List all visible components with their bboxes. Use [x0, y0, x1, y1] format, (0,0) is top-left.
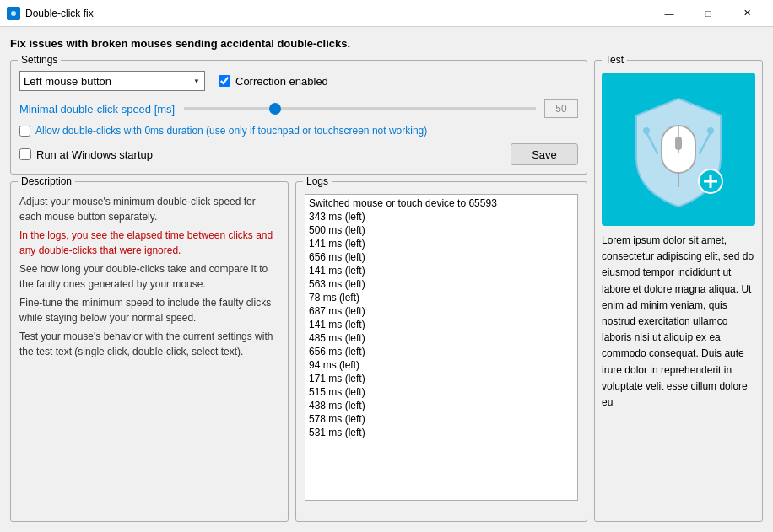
- desc-p2: In the logs, you see the elapsed time be…: [19, 228, 279, 258]
- log-entry: Switched mouse or touch device to 65593: [309, 196, 574, 210]
- speed-label: Minimal double-click speed [ms]: [19, 103, 176, 116]
- log-entry: 141 ms (left): [309, 237, 574, 250]
- desc-p1: Adjust your mouse's minimum double-click…: [19, 194, 279, 224]
- description-group-label: Description: [18, 175, 75, 187]
- settings-group: Settings Left mouse button Right mouse b…: [10, 60, 587, 175]
- startup-save-row: Run at Windows startup Save: [19, 143, 578, 165]
- minimize-button[interactable]: —: [650, 0, 689, 27]
- speed-row: Minimal double-click speed [ms] 50: [19, 99, 578, 118]
- svg-point-13: [707, 127, 714, 134]
- correction-enabled-checkbox[interactable]: [219, 75, 230, 87]
- log-entry: 78 ms (left): [309, 291, 574, 304]
- window-content: Fix issues with broken mouses sending ac…: [0, 27, 773, 532]
- app-icon: [7, 7, 20, 20]
- title-bar: Double-click fix — □ ✕: [0, 0, 773, 27]
- mouse-button-dropdown[interactable]: Left mouse button Right mouse button Mid…: [19, 71, 205, 91]
- touchpad-checkbox[interactable]: [19, 126, 30, 137]
- touchpad-label-main: Allow double-clicks with 0ms duration: [35, 125, 203, 137]
- settings-row1: Left mouse button Right mouse button Mid…: [19, 71, 578, 91]
- logs-list[interactable]: Switched mouse or touch device to 655933…: [305, 194, 578, 501]
- desc-p5: Test your mouse's behavior with the curr…: [19, 329, 279, 359]
- save-button[interactable]: Save: [511, 143, 578, 165]
- logs-group: Logs Switched mouse or touch device to 6…: [295, 181, 587, 522]
- test-image: [602, 73, 755, 226]
- startup-text: Run at Windows startup: [36, 148, 153, 161]
- log-entry: 515 ms (left): [309, 385, 574, 399]
- svg-point-1: [11, 11, 16, 16]
- close-button[interactable]: ✕: [727, 0, 766, 27]
- log-entry: 171 ms (left): [309, 372, 574, 385]
- desc-p4: Fine-tune the minimum speed to include t…: [19, 295, 279, 325]
- left-panel: Settings Left mouse button Right mouse b…: [10, 60, 587, 522]
- window-title: Double-click fix: [25, 8, 650, 19]
- startup-label[interactable]: Run at Windows startup: [19, 148, 153, 161]
- log-entry: 343 ms (left): [309, 210, 574, 223]
- touchpad-label: Allow double-clicks with 0ms duration (u…: [35, 125, 427, 137]
- maximize-button[interactable]: □: [689, 0, 727, 27]
- settings-group-label: Settings: [18, 54, 61, 66]
- touchpad-label-note: (use only if touchpad or touchscreen not…: [206, 125, 427, 137]
- startup-checkbox[interactable]: [19, 148, 31, 160]
- log-entry: 687 ms (left): [309, 304, 574, 318]
- svg-rect-5: [675, 137, 682, 150]
- bottom-row: Description Adjust your mouse's minimum …: [10, 181, 587, 522]
- main-window: Double-click fix — □ ✕ Fix issues with b…: [0, 0, 773, 532]
- log-entry: 438 ms (left): [309, 399, 574, 412]
- log-entry: 578 ms (left): [309, 412, 574, 426]
- right-panel: Test: [594, 60, 763, 522]
- log-entry: 531 ms (left): [309, 426, 574, 439]
- correction-enabled-label[interactable]: Correction enabled: [219, 75, 328, 88]
- speed-slider[interactable]: [184, 107, 536, 110]
- log-entry: 656 ms (left): [309, 345, 574, 358]
- description-group: Description Adjust your mouse's minimum …: [10, 181, 289, 522]
- test-group: Test: [594, 60, 763, 522]
- log-entry: 141 ms (left): [309, 264, 574, 277]
- description-content: Adjust your mouse's minimum double-click…: [19, 194, 279, 359]
- window-controls: — □ ✕: [650, 0, 766, 27]
- log-entry: 94 ms (left): [309, 358, 574, 372]
- log-entry: 485 ms (left): [309, 331, 574, 345]
- svg-point-11: [643, 127, 650, 134]
- correction-enabled-text: Correction enabled: [235, 75, 328, 88]
- main-area: Settings Left mouse button Right mouse b…: [10, 60, 763, 522]
- test-lorem[interactable]: Lorem ipsum dolor sit amet, consectetur …: [602, 233, 755, 514]
- touchpad-row: Allow double-clicks with 0ms duration (u…: [19, 125, 578, 137]
- log-entry: 656 ms (left): [309, 250, 574, 264]
- logs-group-label: Logs: [303, 175, 332, 187]
- log-entry: 141 ms (left): [309, 318, 574, 331]
- speed-value: 50: [544, 99, 578, 118]
- log-entry: 563 ms (left): [309, 277, 574, 291]
- mouse-button-dropdown-wrapper: Left mouse button Right mouse button Mid…: [19, 71, 205, 91]
- desc-p3: See how long your double-clicks take and…: [19, 261, 279, 292]
- log-entry: 500 ms (left): [309, 223, 574, 237]
- test-group-label: Test: [602, 54, 627, 66]
- app-description: Fix issues with broken mouses sending ac…: [10, 37, 763, 50]
